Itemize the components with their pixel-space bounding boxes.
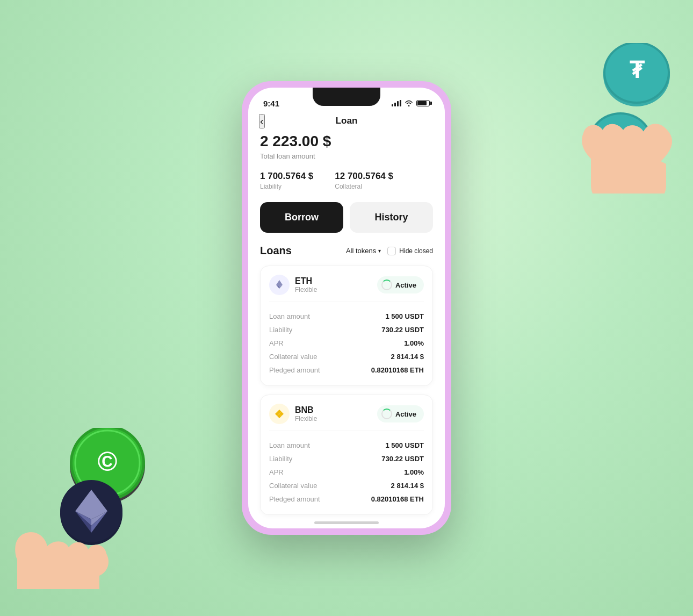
collateral-value: 12 700.5764 $: [335, 171, 393, 182]
collateral-label: Collateral: [335, 183, 393, 190]
notch: [313, 88, 380, 106]
bnb-status-text: Active: [395, 410, 416, 418]
bnb-loan-amount-value: 1 500 USDT: [385, 441, 424, 449]
loan-card-header-eth: ETH Flexible Active: [269, 275, 424, 302]
eth-liability-row: Liability 730.22 USDT: [269, 323, 424, 336]
eth-apr-row: APR 1.00%: [269, 336, 424, 350]
right-hand: ₮ ₮: [532, 43, 693, 194]
bnb-name: BNB: [295, 405, 317, 415]
coin-details-bnb: BNB Flexible: [295, 405, 317, 422]
bnb-pledged-row: Pledged amount 0.82010168 ETH: [269, 492, 424, 506]
hide-closed-toggle[interactable]: Hide closed: [387, 247, 433, 255]
eth-apr-label: APR: [269, 339, 284, 347]
bnb-liability-value: 730.22 USDT: [381, 455, 424, 463]
total-amount: 2 223.00 $: [260, 133, 433, 150]
nav-header: ‹ Loan: [248, 111, 445, 133]
eth-collateral-label: Collateral value: [269, 353, 317, 361]
eth-pledged-row: Pledged amount 0.82010168 ETH: [269, 363, 424, 377]
loans-controls: All tokens ▾ Hide closed: [346, 247, 433, 255]
active-spinner-eth: [381, 280, 392, 290]
eth-liability-value: 730.22 USDT: [381, 326, 424, 334]
filter-button[interactable]: All tokens ▾: [346, 247, 381, 255]
loan-card-bnb[interactable]: BNB Flexible Active Loan amount 1 500 US…: [260, 395, 433, 515]
bnb-type: Flexible: [295, 415, 317, 422]
svg-text:₮: ₮: [630, 58, 645, 83]
hide-closed-label: Hide closed: [399, 247, 433, 255]
eth-liability-label: Liability: [269, 326, 292, 334]
bnb-apr-value: 1.00%: [404, 468, 424, 476]
scene: ₮ ₮: [0, 0, 693, 616]
borrow-tab[interactable]: Borrow: [260, 202, 343, 233]
loan-card-eth[interactable]: ETH Flexible Active Loan amount 1 500 US…: [260, 266, 433, 386]
bnb-coin-icon: [269, 404, 290, 424]
bnb-collateral-row: Collateral value 2 814.14 $: [269, 479, 424, 492]
eth-name: ETH: [295, 276, 317, 286]
eth-status-text: Active: [395, 281, 416, 289]
eth-loan-amount-value: 1 500 USDT: [385, 312, 424, 320]
loan-card-header-bnb: BNB Flexible Active: [269, 404, 424, 431]
total-label: Total loan amount: [260, 152, 433, 160]
coin-details-eth: ETH Flexible: [295, 276, 317, 293]
page-title: Loan: [336, 116, 358, 126]
eth-collateral-value: 2 814.14 $: [391, 353, 424, 361]
history-tab[interactable]: History: [350, 202, 433, 233]
bnb-pledged-label: Pledged amount: [269, 495, 320, 503]
left-hand: ©: [0, 428, 172, 589]
eth-pledged-value: 0.82010168 ETH: [371, 366, 424, 374]
liability-label: Liability: [260, 183, 313, 190]
bnb-apr-row: APR 1.00%: [269, 465, 424, 479]
eth-pledged-label: Pledged amount: [269, 366, 320, 374]
eth-collateral-row: Collateral value 2 814.14 $: [269, 350, 424, 363]
wifi-icon: [405, 100, 413, 106]
bnb-loan-amount-label: Loan amount: [269, 441, 310, 449]
svg-text:©: ©: [98, 447, 118, 477]
bnb-loan-amount-row: Loan amount 1 500 USDT: [269, 439, 424, 452]
back-button[interactable]: ‹: [259, 114, 265, 128]
battery-icon: [416, 100, 430, 106]
liability-stat: 1 700.5764 $ Liability: [260, 171, 313, 190]
eth-coin-icon: [269, 275, 290, 295]
bnb-collateral-value: 2 814.14 $: [391, 482, 424, 490]
bnb-liability-label: Liability: [269, 455, 292, 463]
loans-header: Loans All tokens ▾ Hide closed: [260, 245, 433, 257]
home-indicator: [314, 521, 379, 524]
collateral-stat: 12 700.5764 $ Collateral: [335, 171, 393, 190]
bnb-liability-row: Liability 730.22 USDT: [269, 452, 424, 465]
active-spinner-bnb: [381, 409, 392, 419]
filter-label: All tokens: [346, 247, 376, 255]
bnb-collateral-label: Collateral value: [269, 482, 317, 490]
coin-info-eth: ETH Flexible: [269, 275, 317, 295]
eth-loan-amount-label: Loan amount: [269, 312, 310, 320]
bnb-apr-label: APR: [269, 468, 284, 476]
eth-apr-value: 1.00%: [404, 339, 424, 347]
stats-row: 1 700.5764 $ Liability 12 700.5764 $ Col…: [260, 171, 433, 190]
hide-closed-checkbox[interactable]: [387, 247, 396, 255]
loans-title: Loans: [260, 245, 292, 257]
main-content: 2 223.00 $ Total loan amount 1 700.5764 …: [248, 133, 445, 526]
eth-type: Flexible: [295, 286, 317, 293]
status-time: 9:41: [263, 99, 279, 108]
tab-bar: Borrow History: [260, 202, 433, 233]
phone-screen: 9:41 ‹ Loan: [248, 88, 445, 528]
phone-shell: 9:41 ‹ Loan: [242, 81, 451, 535]
chevron-down-icon: ▾: [378, 248, 381, 254]
status-icons: [392, 100, 430, 106]
eth-status-badge: Active: [377, 276, 424, 293]
coin-info-bnb: BNB Flexible: [269, 404, 317, 424]
bnb-status-badge: Active: [377, 405, 424, 422]
signal-icon: [392, 100, 401, 106]
eth-loan-amount-row: Loan amount 1 500 USDT: [269, 310, 424, 323]
liability-value: 1 700.5764 $: [260, 171, 313, 182]
bnb-pledged-value: 0.82010168 ETH: [371, 495, 424, 503]
